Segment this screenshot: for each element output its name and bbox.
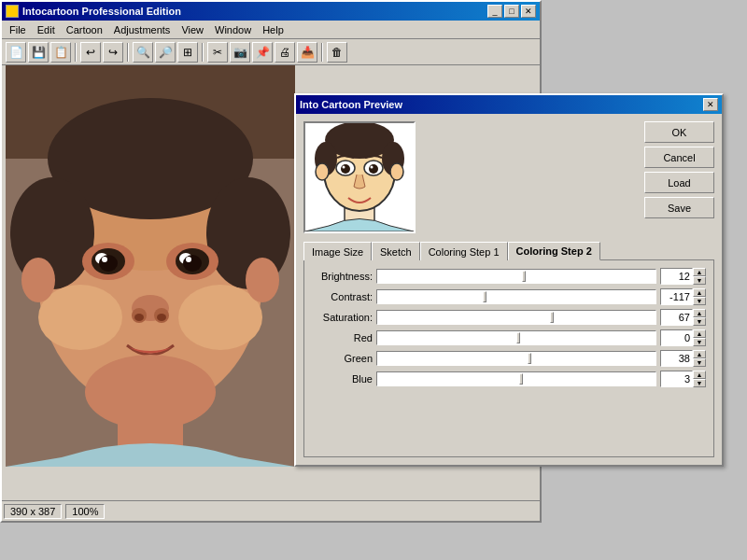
contrast-spin: ▲ ▼: [693, 288, 706, 305]
green-row: Green ▲ ▼: [312, 350, 706, 367]
title-bar-text: Intocartoon Professional Edition: [6, 5, 181, 18]
svg-point-26: [21, 258, 55, 302]
toolbar-crop[interactable]: ✂: [207, 42, 228, 63]
contrast-thumb[interactable]: [483, 291, 486, 302]
baby-photo: [6, 65, 295, 467]
load-button[interactable]: Load: [644, 172, 714, 193]
tab-content: Brightness: ▲ ▼ Contrast:: [303, 259, 714, 457]
menu-file[interactable]: File: [4, 23, 32, 36]
tab-image-size[interactable]: Image Size: [303, 242, 372, 260]
tab-coloring-step-1[interactable]: Coloring Step 1: [420, 242, 508, 260]
svg-point-35: [390, 163, 403, 180]
toolbar-import[interactable]: 📥: [297, 42, 317, 63]
green-input[interactable]: [660, 350, 693, 367]
green-slider[interactable]: [376, 351, 656, 366]
contrast-down[interactable]: ▼: [693, 297, 706, 305]
red-label: Red: [312, 332, 373, 343]
maximize-button[interactable]: □: [504, 5, 519, 18]
save-button[interactable]: Save: [644, 197, 714, 218]
toolbar-redo[interactable]: ↪: [103, 42, 123, 63]
tab-bar: Image Size Sketch Coloring Step 1 Colori…: [303, 241, 714, 259]
ok-button[interactable]: OK: [644, 121, 714, 143]
contrast-slider[interactable]: [376, 289, 656, 304]
svg-point-40: [369, 164, 378, 174]
menu-help[interactable]: Help: [257, 23, 289, 36]
tab-coloring-step-2[interactable]: Coloring Step 2: [508, 242, 600, 260]
green-up[interactable]: ▲: [693, 350, 706, 358]
green-value-box: ▲ ▼: [660, 350, 706, 367]
menu-cartoon[interactable]: Cartoon: [61, 23, 108, 36]
toolbar-copy[interactable]: 📋: [50, 42, 71, 63]
menu-edit[interactable]: Edit: [32, 23, 61, 36]
red-thumb[interactable]: [516, 332, 520, 343]
red-value-box: ▲ ▼: [660, 329, 706, 346]
blue-value-box: ▲ ▼: [660, 371, 706, 387]
app-icon: [6, 5, 19, 18]
saturation-up[interactable]: ▲: [693, 309, 706, 317]
toolbar-new[interactable]: 📄: [6, 42, 26, 63]
brightness-label: Brightness:: [312, 271, 373, 282]
red-up[interactable]: ▲: [693, 329, 706, 338]
toolbar-erase[interactable]: 🗑: [327, 42, 347, 63]
close-button[interactable]: ✕: [521, 5, 536, 18]
menu-adjustments[interactable]: Adjustments: [108, 23, 176, 36]
brightness-down[interactable]: ▼: [693, 276, 706, 285]
contrast-input[interactable]: [660, 288, 693, 305]
svg-point-27: [246, 258, 279, 302]
svg-point-17: [102, 257, 107, 262]
svg-point-22: [134, 314, 144, 321]
contrast-value-box: ▲ ▼: [660, 288, 706, 305]
red-input[interactable]: [660, 329, 693, 346]
brightness-up[interactable]: ▲: [693, 268, 706, 276]
toolbar-print[interactable]: 🖨: [275, 42, 295, 63]
blue-spin: ▲ ▼: [693, 371, 706, 387]
green-down[interactable]: ▼: [693, 358, 706, 367]
brightness-input[interactable]: [660, 268, 693, 285]
green-thumb[interactable]: [528, 353, 531, 364]
brightness-slider[interactable]: [376, 269, 656, 284]
menu-window[interactable]: Window: [209, 23, 257, 36]
status-bar: 390 x 387 100%: [2, 500, 540, 521]
contrast-row: Contrast: ▲ ▼: [312, 288, 706, 305]
blue-down[interactable]: ▼: [693, 379, 706, 387]
blue-up[interactable]: ▲: [693, 371, 706, 379]
svg-point-37: [341, 164, 350, 174]
saturation-label: Saturation:: [312, 312, 373, 323]
dialog-buttons: OK Cancel Load Save: [644, 121, 714, 233]
tab-sketch[interactable]: Sketch: [372, 242, 420, 260]
svg-point-16: [183, 255, 202, 272]
menu-view[interactable]: View: [176, 23, 209, 36]
cartoon-preview: [303, 121, 416, 233]
blue-thumb[interactable]: [519, 373, 523, 385]
toolbar-undo[interactable]: ↩: [80, 42, 101, 63]
green-label: Green: [312, 353, 373, 364]
blue-label: Blue: [312, 373, 373, 385]
red-down[interactable]: ▼: [693, 338, 706, 346]
toolbar-zoom-fit[interactable]: ⊞: [177, 42, 198, 63]
brightness-row: Brightness: ▲ ▼: [312, 268, 706, 285]
brightness-thumb[interactable]: [522, 271, 526, 282]
red-spin: ▲ ▼: [693, 329, 706, 346]
red-slider[interactable]: [376, 330, 656, 345]
toolbar-pin[interactable]: 📌: [252, 42, 273, 63]
toolbar-zoom-out[interactable]: 🔎: [155, 42, 176, 63]
dialog-close-button[interactable]: ✕: [703, 98, 718, 111]
saturation-thumb[interactable]: [550, 312, 554, 323]
contrast-up[interactable]: ▲: [693, 288, 706, 297]
toolbar-save[interactable]: 💾: [28, 42, 49, 63]
toolbar-zoom-in[interactable]: 🔍: [133, 42, 153, 63]
toolbar-photo[interactable]: 📷: [230, 42, 250, 63]
saturation-down[interactable]: ▼: [693, 317, 706, 326]
svg-point-15: [99, 255, 118, 272]
blue-input[interactable]: [660, 371, 693, 387]
svg-point-38: [343, 166, 345, 169]
minimize-button[interactable]: _: [487, 5, 502, 18]
saturation-input[interactable]: [660, 309, 693, 326]
status-dimensions: 390 x 387: [4, 504, 62, 519]
toolbar-sep-1: [75, 43, 77, 62]
saturation-slider[interactable]: [376, 310, 656, 325]
red-row: Red ▲ ▼: [312, 329, 706, 346]
blue-slider[interactable]: [376, 371, 656, 386]
dialog-title-bar: Into Cartoon Preview ✕: [296, 95, 722, 114]
cancel-button[interactable]: Cancel: [644, 147, 714, 168]
